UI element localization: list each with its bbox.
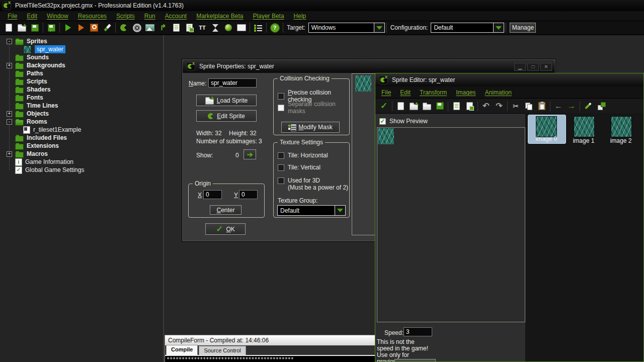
tree-item-backgrounds[interactable]: + Backgrounds (0, 61, 163, 69)
expand-icon[interactable]: + (7, 111, 12, 117)
tree-item-extensions[interactable]: - Extensions (0, 142, 163, 150)
menu-file[interactable]: File (8, 13, 17, 20)
create-room-button[interactable] (235, 22, 248, 34)
tree-item-spr-water[interactable]: spr_water (0, 45, 163, 53)
modify-mask-button[interactable]: Modify Mask (281, 122, 340, 133)
editor-menu-transform[interactable]: Transform (420, 89, 447, 96)
tree-item-global-game-settings[interactable]: - Global Game Settings (0, 166, 163, 174)
help-button[interactable]: ? (268, 22, 281, 34)
tab-compile[interactable]: Compile (166, 345, 198, 355)
partially-visible-button[interactable] (394, 359, 436, 362)
create-background-button[interactable] (143, 22, 156, 34)
copy-button[interactable] (522, 100, 535, 112)
clean-cache-button[interactable] (101, 22, 114, 34)
edit-sprite-button[interactable]: Edit Sprite (196, 110, 257, 122)
create-object-button[interactable] (222, 22, 235, 34)
tree-item-time-lines[interactable]: - Time Lines (0, 102, 163, 110)
resize-canvas-button[interactable] (595, 100, 608, 112)
editor-menu-edit[interactable]: Edit (400, 89, 411, 96)
expand-icon[interactable]: + (7, 63, 12, 68)
create-script-button[interactable] (170, 22, 183, 34)
frame-1-thumbnail[interactable] (574, 116, 595, 137)
tree-item-fonts[interactable]: - Fonts (0, 94, 163, 102)
expand-icon[interactable]: + (7, 151, 12, 157)
minimize-button[interactable]: ▁ (514, 63, 526, 71)
collapse-icon[interactable]: - (7, 39, 12, 44)
save-project-button[interactable] (28, 22, 41, 34)
run-button[interactable] (61, 22, 74, 34)
configuration-dropdown[interactable]: Default (431, 23, 504, 33)
show-next-button[interactable] (244, 149, 256, 159)
tile-vertical-checkbox[interactable] (278, 164, 284, 171)
ok-button[interactable]: OK (205, 223, 246, 235)
new-project-button[interactable] (2, 22, 15, 34)
stop-button[interactable] (88, 22, 101, 34)
create-shader-button[interactable] (183, 22, 196, 34)
run-debug-button[interactable] (74, 22, 88, 34)
tree-item-rooms[interactable]: - Rooms (0, 118, 163, 126)
tree-item-sounds[interactable]: - Sounds (0, 53, 163, 61)
menu-window[interactable]: Window (47, 13, 68, 20)
tree-item-included-files[interactable]: - Included Files (0, 134, 163, 142)
undo-button[interactable] (479, 100, 493, 112)
tree-item-paths[interactable]: - Paths (0, 69, 163, 77)
origin-x-input[interactable] (203, 190, 222, 199)
import-image-button[interactable] (450, 100, 463, 112)
load-sprite-button[interactable]: Load Sprite (196, 95, 257, 106)
tree-item-shaders[interactable]: - Shaders (0, 85, 163, 94)
subimage-preview[interactable] (355, 75, 371, 92)
save-image-button[interactable] (433, 100, 446, 112)
open-project-button[interactable] (15, 22, 28, 34)
create-path-button[interactable] (156, 22, 170, 34)
open-image-button[interactable] (407, 100, 420, 112)
tree-item-game-information[interactable]: - Game Information (0, 158, 163, 166)
menu-marketplace-beta[interactable]: Marketplace Beta (196, 13, 243, 20)
editor-menu-animation[interactable]: Animation (485, 89, 512, 96)
paste-button[interactable] (535, 100, 548, 112)
center-button[interactable]: Center (210, 205, 242, 215)
previous-image-button[interactable] (552, 100, 565, 112)
tile-horizontal-checkbox[interactable] (278, 152, 284, 159)
confirm-changes-button[interactable] (377, 100, 390, 112)
sprite-editor-titlebar[interactable]: Sprite Editor: spr_water (375, 73, 643, 86)
add-subimage-button[interactable] (463, 100, 476, 112)
tree-item-objects[interactable]: + Objects (0, 110, 163, 118)
menu-account[interactable]: Account (165, 13, 187, 20)
sprite-properties-titlebar[interactable]: Sprite Properties: spr_water (183, 60, 555, 73)
create-timeline-button[interactable] (209, 22, 222, 34)
texture-group-dropdown[interactable]: Default (277, 205, 346, 216)
dropdown-button[interactable] (335, 206, 345, 215)
editor-menu-file[interactable]: File (381, 89, 391, 96)
tree-item-r-tileset1example[interactable]: r_tileset1Example (0, 126, 163, 134)
tree-item-scripts[interactable]: - Scripts (0, 77, 163, 85)
tree-item-macros[interactable]: + Macros (0, 150, 163, 158)
sprite-name-input[interactable] (208, 78, 257, 87)
frame-2-thumbnail[interactable] (611, 116, 632, 137)
redo-button[interactable] (493, 100, 506, 112)
game-information-button[interactable] (252, 22, 265, 34)
manage-button[interactable]: Manage (510, 23, 536, 33)
speed-input[interactable] (404, 327, 432, 336)
next-image-button[interactable] (565, 100, 578, 112)
menu-run[interactable]: Run (144, 13, 155, 20)
tab-source-control[interactable]: Source Control (199, 346, 246, 355)
new-image-button[interactable] (394, 100, 407, 112)
tree-item-sprites[interactable]: - Sprites (0, 37, 163, 45)
target-dropdown[interactable]: Windows (308, 23, 385, 33)
edit-subimage-button[interactable] (582, 100, 595, 112)
menu-help[interactable]: Help (294, 13, 306, 20)
collapse-icon[interactable]: - (7, 119, 12, 125)
export-project-button[interactable] (45, 22, 58, 34)
dropdown-button[interactable] (493, 23, 504, 32)
menu-edit[interactable]: Edit (27, 13, 37, 20)
add-image-button[interactable] (420, 100, 433, 112)
cut-button[interactable] (509, 100, 522, 112)
separate-masks-checkbox[interactable] (278, 105, 284, 111)
used-for-3d-checkbox[interactable] (278, 177, 284, 184)
origin-y-input[interactable] (239, 190, 258, 199)
menu-player-beta[interactable]: Player Beta (253, 13, 284, 20)
precise-collision-checkbox[interactable] (278, 93, 284, 100)
menu-resources[interactable]: Resources (78, 13, 107, 20)
maximize-button[interactable]: □ (527, 63, 539, 71)
editor-menu-images[interactable]: Images (456, 89, 475, 96)
